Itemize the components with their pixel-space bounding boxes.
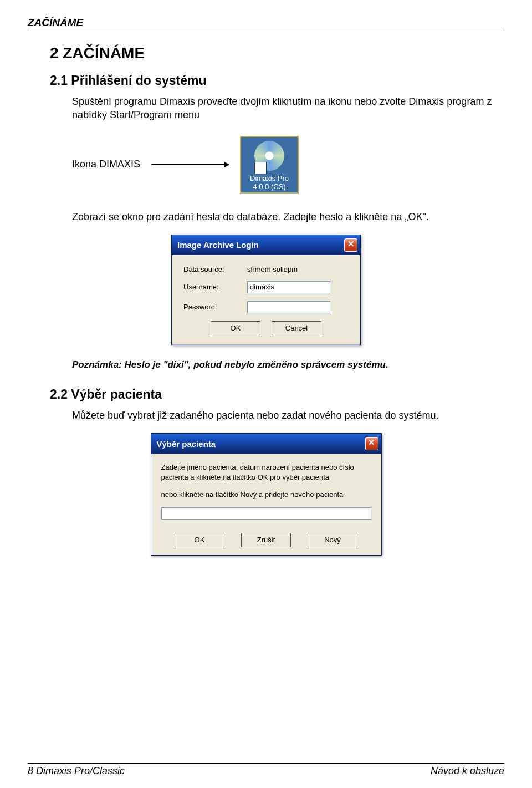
password-note: Poznámka: Heslo je "dixi", pokud nebylo … [72, 359, 504, 370]
patient-instruction-1: Zadejte jméno pacienta, datum narození p… [161, 462, 371, 482]
close-icon[interactable]: ✕ [344, 238, 357, 252]
cd-icon [254, 141, 284, 171]
patient-new-button[interactable]: Nový [308, 533, 357, 547]
password-label: Password: [183, 303, 247, 311]
section-2-1-title: 2.1 Přihlášení do systému [50, 73, 504, 88]
login-titlebar[interactable]: Image Archive Login ✕ [172, 235, 360, 255]
patient-titlebar[interactable]: Výběr pacienta ✕ [151, 434, 381, 454]
footer-right: Návod k obsluze [431, 765, 504, 777]
patient-ok-button[interactable]: OK [175, 533, 224, 547]
dimaxis-desktop-icon[interactable]: Dimaxis Pro 4.0.0 (CS) [240, 136, 299, 194]
section-2-1-para2: Zobrazí se okno pro zadání hesla do data… [72, 210, 504, 223]
login-ok-button[interactable]: OK [211, 321, 260, 335]
page-header: ZAČÍNÁME [28, 17, 504, 30]
password-field[interactable] [247, 301, 330, 313]
login-cancel-button[interactable]: Cancel [272, 321, 321, 335]
login-title-text: Image Archive Login [177, 240, 259, 250]
datasource-value: shmem solidpm [247, 265, 298, 273]
patient-instruction-2: nebo klikněte na tlačítko Nový a přidejt… [161, 490, 371, 500]
patient-title-text: Výběr pacienta [157, 439, 216, 449]
close-icon[interactable]: ✕ [365, 437, 378, 450]
icon-caption: Ikona DIMAXIS [72, 159, 140, 170]
login-dialog: Image Archive Login ✕ Data source: shmem… [171, 235, 361, 345]
arrow-icon [151, 164, 229, 165]
chapter-title: 2 ZAČÍNÁME [50, 44, 504, 62]
patient-dialog: Výběr pacienta ✕ Zadejte jméno pacienta,… [151, 433, 382, 556]
section-2-2-title: 2.2 Výběr pacienta [50, 387, 504, 402]
username-field[interactable] [247, 281, 330, 293]
patient-cancel-button[interactable]: Zrušit [241, 533, 291, 547]
icon-line2: 4.0.0 (CS) [243, 182, 296, 191]
icon-line1: Dimaxis Pro [243, 174, 296, 182]
footer-left: 8 Dimaxis Pro/Classic [28, 765, 125, 777]
patient-search-field[interactable] [161, 507, 371, 520]
section-2-2-para: Můžete buď vybrat již zadaného pacienta … [72, 409, 504, 422]
datasource-label: Data source: [183, 265, 247, 273]
section-2-1-para1: Spuštění programu Dimaxis proveďte dvojí… [72, 95, 504, 122]
username-label: Username: [183, 283, 247, 291]
page-footer: 8 Dimaxis Pro/Classic Návod k obsluze [28, 763, 504, 777]
